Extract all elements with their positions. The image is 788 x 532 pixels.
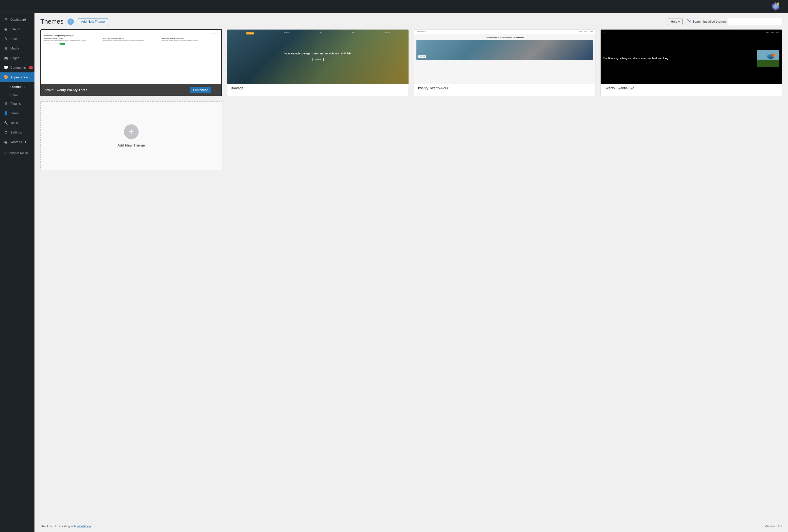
posts-icon: ✎	[3, 37, 8, 41]
users-icon: 👤	[3, 111, 8, 116]
logo-icon	[770, 1, 781, 12]
nav-2022-logo: OD	[603, 32, 605, 33]
nav-2024-items: News Pages Contact	[579, 31, 593, 32]
sidebar-item-label: Tools	[11, 121, 18, 125]
sidebar-subitem-editor[interactable]: Editor	[0, 92, 35, 99]
preview-top-left: FTE	[44, 33, 45, 34]
add-new-wrapper: Add New Theme ←	[78, 18, 115, 25]
theme-count-badge: 4	[67, 18, 74, 25]
theme-card-twentytwentyfour[interactable]: Twenty Twenty Four News Pages Contact A …	[414, 29, 595, 96]
sidebar-item-appearance[interactable]: 🎨 Appearance	[0, 73, 35, 82]
bravada-nav-item-3: About	[352, 32, 355, 35]
nav-2022-items: About Write All Blog	[766, 32, 780, 33]
search-down-arrow-annotation: ↘	[686, 16, 691, 24]
sidebar-item-label: Pages	[11, 56, 19, 60]
footer-version: Version 6.6.1	[765, 525, 782, 528]
sidebar-item-pages[interactable]: ▣ Pages	[0, 53, 35, 63]
sidebar-item-label: Users	[11, 111, 19, 115]
sidebar-item-label: Media	[11, 46, 19, 50]
theme-card-twentytwentythree[interactable]: FTE Finances ~ Book Mindblown: a blog ab…	[40, 29, 222, 96]
pages-icon: ▣	[3, 56, 8, 60]
sidebar-item-users[interactable]: 👤 Users	[0, 109, 35, 118]
wordpress-link[interactable]: WordPress	[77, 525, 91, 528]
preview-2022: OD About Write All Blog The Hatchery: a …	[600, 29, 782, 84]
theme-name-2024: Twenty Twenty-Four	[414, 84, 595, 93]
bravada-nav-item-2: Blog	[320, 32, 322, 35]
wp-logo	[769, 0, 782, 13]
preview-cols: Nicomachean Ethics by Aristotle Aristotl…	[44, 38, 219, 41]
sidebar-item-comments[interactable]: 💬 Comments 1	[0, 63, 35, 73]
nav-item-pages: Pages	[584, 31, 587, 32]
preview-top-bar: FTE Finances ~ Book	[44, 33, 219, 34]
sidebar-item-label: Comments	[11, 66, 26, 70]
bravada-cta: Read More	[312, 58, 324, 61]
add-new-theme-label: Add New Theme	[117, 143, 145, 147]
preview-footer: Got any book recommendations? Say hi	[44, 43, 219, 45]
active-prefix: Active:	[44, 88, 54, 92]
bird-illustration-wrapper	[757, 50, 780, 67]
main-layout: ⊞ Dashboard ◈ Site Kit ✎ Posts ⊟ Media ▣…	[0, 13, 788, 532]
cta-overlay: Learn More	[418, 55, 426, 58]
add-new-arrow-annotation: ←	[110, 18, 115, 25]
plugins-icon: ⊕	[3, 101, 8, 106]
svg-rect-6	[757, 60, 780, 67]
nav-item-contact: Contact	[589, 31, 593, 32]
tools-icon: 🔧	[3, 120, 8, 125]
sidebar-item-yoastseo[interactable]: ◉ Yoast SEO	[0, 137, 35, 147]
sidebar-item-media[interactable]: ⊟ Media	[0, 44, 35, 53]
preview-col3-title: I Am Because We Are by Fred L. Hord	[161, 38, 219, 39]
sidebar-item-settings[interactable]: ⚙ Settings	[0, 127, 35, 137]
sidebar-item-sitekit[interactable]: ◈ Site Kit	[0, 24, 35, 34]
active-label: Active: Twenty Twenty-Three	[44, 88, 87, 92]
theme-screenshot-bravada: BRAVADA Portfolios Blog About Contact Ha…	[227, 29, 409, 84]
footer-text: Thank you for creating with	[40, 525, 76, 528]
theme-name-bravada: Bravada	[227, 84, 409, 93]
sidebar: ⊞ Dashboard ◈ Site Kit ✎ Posts ⊟ Media ▣…	[0, 13, 35, 532]
sidebar-item-plugins[interactable]: ⊕ Plugins	[0, 99, 35, 109]
customize-wrapper: Customize ←	[190, 87, 218, 93]
theme-screenshot-2022: OD About Write All Blog The Hatchery: a …	[600, 29, 782, 84]
preview-col-1: Nicomachean Ethics by Aristotle Aristotl…	[44, 38, 101, 41]
customize-button[interactable]: Customize	[190, 87, 211, 93]
preview-2024-headline: A commitment to innovation and sustainab…	[416, 37, 593, 39]
preview-2024-content: A commitment to innovation and sustainab…	[414, 34, 595, 84]
sidebar-item-posts[interactable]: ✎ Posts	[0, 34, 35, 44]
theme-screenshot-2023: FTE Finances ~ Book Mindblown: a blog ab…	[41, 30, 221, 84]
hatchery-italic: The Hatchery:	[603, 57, 619, 60]
collapse-menu-button[interactable]: ◁ Collapse menu	[0, 149, 35, 157]
preview-bravada: BRAVADA Portfolios Blog About Contact Ha…	[227, 29, 409, 84]
nav-item-about: About	[766, 32, 769, 33]
add-new-theme-card[interactable]: + Add New Theme	[40, 101, 222, 170]
preview-2023: FTE Finances ~ Book Mindblown: a blog ab…	[41, 30, 221, 84]
nav-item-news: News	[579, 31, 582, 32]
preview-col-2: Tao Te Ching (Daodejing) by Lao Tzu A fu…	[102, 38, 160, 41]
sidebar-subitem-themes[interactable]: Themes ←	[0, 82, 35, 92]
add-new-theme-button[interactable]: Add New Theme	[78, 18, 108, 25]
collapse-icon: ◁	[3, 151, 6, 155]
header-right: Help ▾ ↘ Search installed themes	[668, 18, 782, 25]
theme-screenshot-2024: Twenty Twenty Four News Pages Contact A …	[414, 29, 595, 84]
sidebar-item-label: Dashboard	[11, 18, 26, 21]
preview-col2-title: Tao Te Ching (Daodejing) by Lao Tzu	[102, 38, 160, 39]
active-theme-name: Twenty Twenty-Three	[55, 88, 87, 92]
preview-2022-hero: The Hatchery: a blog about adventures in…	[603, 35, 780, 81]
sidebar-item-label: Site Kit	[11, 27, 20, 31]
appearance-icon: 🎨	[3, 75, 8, 80]
search-input[interactable]	[728, 18, 782, 25]
bravada-logo: BRAVADA	[246, 32, 254, 35]
theme-card-twentytwentytwo[interactable]: OD About Write All Blog The Hatchery: a …	[600, 29, 782, 96]
footer-period: .	[92, 525, 93, 528]
sidebar-item-tools[interactable]: 🔧 Tools	[0, 118, 35, 127]
sidebar-item-label: Appearance	[11, 75, 27, 79]
sidebar-item-label: Plugins	[11, 102, 21, 105]
preview-top-right: Finances ~ Book	[212, 33, 219, 34]
sidebar-item-label: Yoast SEO	[11, 140, 26, 144]
bravada-nav-item-4: Contact	[386, 32, 390, 35]
help-button[interactable]: Help ▾	[668, 18, 683, 25]
bird-icon	[757, 50, 780, 67]
preview-tag: Say hi	[60, 43, 65, 45]
search-area-wrapper: ↘ Search installed themes	[686, 18, 782, 25]
preview-2024: Twenty Twenty Four News Pages Contact A …	[414, 29, 595, 84]
theme-card-bravada[interactable]: BRAVADA Portfolios Blog About Contact Ha…	[227, 29, 409, 96]
sidebar-item-dashboard[interactable]: ⊞ Dashboard	[0, 15, 35, 24]
